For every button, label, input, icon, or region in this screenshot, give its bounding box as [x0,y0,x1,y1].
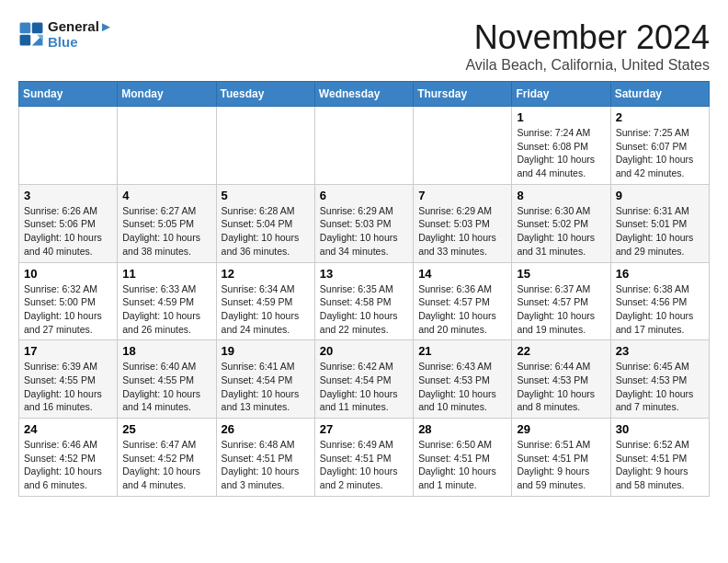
day-info: Sunrise: 6:29 AM Sunset: 5:03 PM Dayligh… [418,204,506,259]
day-number: 20 [320,344,408,358]
calendar-cell [216,107,314,185]
day-number: 2 [616,110,704,124]
calendar-cell: 19Sunrise: 6:41 AM Sunset: 4:54 PM Dayli… [216,340,314,419]
calendar-cell: 28Sunrise: 6:50 AM Sunset: 4:51 PM Dayli… [414,419,512,497]
weekday-header-friday: Friday [512,82,610,107]
day-number: 3 [24,189,112,202]
calendar-cell: 20Sunrise: 6:42 AM Sunset: 4:54 PM Dayli… [314,340,413,419]
day-number: 19 [222,344,310,358]
day-info: Sunrise: 6:50 AM Sunset: 4:51 PM Dayligh… [418,438,506,492]
title-area: November 2024 Avila Beach, California, U… [465,18,710,74]
month-title: November 2024 [465,18,710,57]
day-number: 10 [24,267,112,281]
calendar-cell: 11Sunrise: 6:33 AM Sunset: 4:59 PM Dayli… [118,262,216,340]
calendar-cell: 5Sunrise: 6:28 AM Sunset: 5:04 PM Daylig… [216,184,314,262]
calendar-cell: 2Sunrise: 7:25 AM Sunset: 6:07 PM Daylig… [610,107,709,185]
calendar-week-0: 1Sunrise: 7:24 AM Sunset: 6:08 PM Daylig… [19,107,710,185]
day-number: 7 [418,189,506,202]
weekday-header-tuesday: Tuesday [216,82,314,107]
logo-icon [18,21,44,47]
location: Avila Beach, California, United States [465,57,710,74]
day-number: 30 [616,422,704,436]
day-info: Sunrise: 6:38 AM Sunset: 4:56 PM Dayligh… [616,282,704,337]
day-info: Sunrise: 6:27 AM Sunset: 5:05 PM Dayligh… [122,204,210,259]
day-info: Sunrise: 6:52 AM Sunset: 4:51 PM Dayligh… [616,438,704,492]
calendar-cell: 3Sunrise: 6:26 AM Sunset: 5:06 PM Daylig… [19,184,118,262]
logo: General► Blue [18,18,113,50]
calendar-cell: 8Sunrise: 6:30 AM Sunset: 5:02 PM Daylig… [512,184,610,262]
day-number: 17 [24,344,112,358]
header: General► Blue November 2024 Avila Beach,… [18,18,710,74]
calendar-cell: 29Sunrise: 6:51 AM Sunset: 4:51 PM Dayli… [512,419,610,497]
calendar-cell: 14Sunrise: 6:36 AM Sunset: 4:57 PM Dayli… [414,262,512,340]
calendar-week-1: 3Sunrise: 6:26 AM Sunset: 5:06 PM Daylig… [19,184,710,262]
day-info: Sunrise: 6:47 AM Sunset: 4:52 PM Dayligh… [122,438,210,492]
weekday-header-sunday: Sunday [19,82,118,107]
calendar-week-3: 17Sunrise: 6:39 AM Sunset: 4:55 PM Dayli… [19,340,710,419]
calendar-table: SundayMondayTuesdayWednesdayThursdayFrid… [18,81,710,497]
day-number: 18 [122,344,210,358]
calendar-cell: 26Sunrise: 6:48 AM Sunset: 4:51 PM Dayli… [216,419,314,497]
day-info: Sunrise: 6:44 AM Sunset: 4:53 PM Dayligh… [517,360,605,414]
day-number: 12 [222,267,310,281]
day-info: Sunrise: 6:26 AM Sunset: 5:06 PM Dayligh… [24,204,112,259]
calendar-cell [118,107,216,185]
day-number: 16 [616,267,704,281]
calendar-cell: 16Sunrise: 6:38 AM Sunset: 4:56 PM Dayli… [610,262,709,340]
day-info: Sunrise: 6:43 AM Sunset: 4:53 PM Dayligh… [418,360,506,414]
day-info: Sunrise: 6:29 AM Sunset: 5:03 PM Dayligh… [320,204,408,259]
calendar-cell: 30Sunrise: 6:52 AM Sunset: 4:51 PM Dayli… [610,419,709,497]
calendar-cell: 4Sunrise: 6:27 AM Sunset: 5:05 PM Daylig… [118,184,216,262]
day-number: 4 [122,189,210,202]
svg-rect-2 [20,35,31,46]
day-number: 6 [320,189,408,202]
day-info: Sunrise: 6:42 AM Sunset: 4:54 PM Dayligh… [320,360,408,414]
day-number: 11 [122,267,210,281]
weekday-header-row: SundayMondayTuesdayWednesdayThursdayFrid… [19,82,710,107]
calendar-cell: 6Sunrise: 6:29 AM Sunset: 5:03 PM Daylig… [314,184,413,262]
day-number: 13 [320,267,408,281]
calendar-cell: 27Sunrise: 6:49 AM Sunset: 4:51 PM Dayli… [314,419,413,497]
calendar-week-2: 10Sunrise: 6:32 AM Sunset: 5:00 PM Dayli… [19,262,710,340]
day-info: Sunrise: 6:33 AM Sunset: 4:59 PM Dayligh… [122,282,210,337]
calendar-cell: 9Sunrise: 6:31 AM Sunset: 5:01 PM Daylig… [610,184,709,262]
day-number: 29 [517,422,605,436]
day-number: 15 [517,267,605,281]
day-info: Sunrise: 6:35 AM Sunset: 4:58 PM Dayligh… [320,282,408,337]
day-number: 9 [616,189,704,202]
calendar-cell [19,107,118,185]
day-info: Sunrise: 6:49 AM Sunset: 4:51 PM Dayligh… [320,438,408,492]
day-number: 27 [320,422,408,436]
calendar-cell: 25Sunrise: 6:47 AM Sunset: 4:52 PM Dayli… [118,419,216,497]
weekday-header-saturday: Saturday [610,82,709,107]
calendar-cell: 10Sunrise: 6:32 AM Sunset: 5:00 PM Dayli… [19,262,118,340]
day-number: 26 [222,422,310,436]
calendar-cell: 22Sunrise: 6:44 AM Sunset: 4:53 PM Dayli… [512,340,610,419]
svg-rect-1 [32,23,43,34]
day-info: Sunrise: 6:48 AM Sunset: 4:51 PM Dayligh… [222,438,310,492]
calendar-cell: 12Sunrise: 6:34 AM Sunset: 4:59 PM Dayli… [216,262,314,340]
day-number: 24 [24,422,112,436]
day-info: Sunrise: 6:37 AM Sunset: 4:57 PM Dayligh… [517,282,605,337]
logo-text: General► Blue [48,18,113,50]
day-info: Sunrise: 6:28 AM Sunset: 5:04 PM Dayligh… [222,204,310,259]
day-info: Sunrise: 6:46 AM Sunset: 4:52 PM Dayligh… [24,438,112,492]
day-info: Sunrise: 6:32 AM Sunset: 5:00 PM Dayligh… [24,282,112,337]
day-number: 23 [616,344,704,358]
day-number: 1 [517,110,605,124]
day-number: 22 [517,344,605,358]
calendar-cell: 17Sunrise: 6:39 AM Sunset: 4:55 PM Dayli… [19,340,118,419]
calendar-cell: 23Sunrise: 6:45 AM Sunset: 4:53 PM Dayli… [610,340,709,419]
day-info: Sunrise: 7:25 AM Sunset: 6:07 PM Dayligh… [616,126,704,180]
day-number: 8 [517,189,605,202]
day-info: Sunrise: 6:31 AM Sunset: 5:01 PM Dayligh… [616,204,704,259]
calendar-cell: 21Sunrise: 6:43 AM Sunset: 4:53 PM Dayli… [414,340,512,419]
weekday-header-wednesday: Wednesday [314,82,413,107]
day-info: Sunrise: 6:36 AM Sunset: 4:57 PM Dayligh… [418,282,506,337]
day-info: Sunrise: 6:34 AM Sunset: 4:59 PM Dayligh… [222,282,310,337]
calendar-cell: 13Sunrise: 6:35 AM Sunset: 4:58 PM Dayli… [314,262,413,340]
day-number: 21 [418,344,506,358]
day-number: 14 [418,267,506,281]
calendar-week-4: 24Sunrise: 6:46 AM Sunset: 4:52 PM Dayli… [19,419,710,497]
day-info: Sunrise: 6:39 AM Sunset: 4:55 PM Dayligh… [24,360,112,414]
